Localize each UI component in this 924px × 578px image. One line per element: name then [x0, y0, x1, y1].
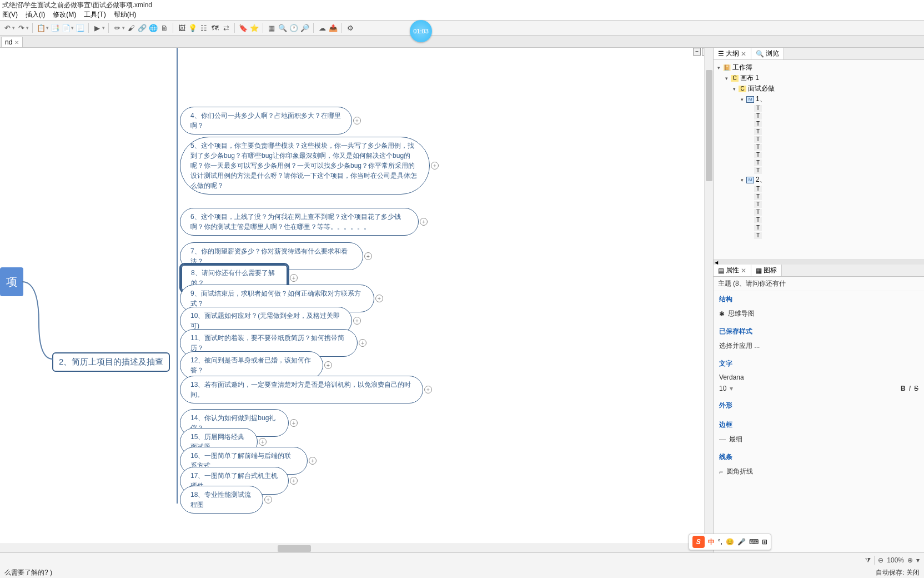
expand-icon[interactable]: +	[364, 252, 372, 260]
properties-tab[interactable]: ▤ 属性 ✕	[714, 265, 751, 276]
topic-node[interactable]: 6、这个项目，上线了没？为何我在网上查不到呢？这个项目花了多少钱啊？你的测试主管…	[180, 208, 419, 236]
menu-tools[interactable]: 工具(T)	[84, 10, 106, 20]
scrollbar-vertical[interactable]	[704, 48, 713, 544]
expand-icon[interactable]: +	[375, 295, 383, 302]
border-select[interactable]: ― 最细	[719, 433, 918, 446]
structure-select[interactable]: ✱ 思维导图	[719, 307, 918, 320]
outline-item[interactable]: T	[716, 216, 922, 224]
expand-icon[interactable]: +	[359, 339, 366, 347]
sogou-icon[interactable]: S	[692, 536, 705, 548]
outline-item[interactable]: T	[716, 232, 922, 240]
toolbar-button[interactable]: 📋	[36, 23, 46, 33]
toolbar-button[interactable]: 📤	[328, 23, 338, 33]
menu-insert[interactable]: 插入(I)	[26, 10, 45, 20]
topic-node[interactable]: 13、若有面试邀约，一定要查清楚对方是否是培训机构，以免浪费自己的时间。	[180, 376, 423, 403]
toolbar-button[interactable]: 📃	[75, 23, 85, 33]
expand-icon[interactable]: +	[353, 317, 361, 325]
expand-icon[interactable]: +	[290, 477, 298, 485]
expand-icon[interactable]: +	[420, 218, 428, 226]
toolbar-button[interactable]: 🔍	[278, 23, 288, 33]
toolbar-button[interactable]: 🕐	[289, 23, 299, 33]
ime-toolbar[interactable]: S 中 °, 😊 🎤 ⌨ ⊞	[689, 534, 771, 550]
close-icon[interactable]: ✕	[14, 39, 19, 46]
expand-icon[interactable]: +	[290, 419, 298, 427]
toolbar-button[interactable]: 📑	[50, 23, 60, 33]
expand-icon[interactable]: +	[264, 496, 272, 504]
toolbar-button[interactable]: 🖼	[177, 23, 187, 33]
style-select[interactable]: 选择并应用 ...	[719, 340, 918, 352]
expand-icon[interactable]: +	[259, 438, 267, 446]
minimize-icon[interactable]: –	[693, 48, 701, 56]
toolbar-button[interactable]: 🔖	[238, 23, 248, 33]
topic-node[interactable]: 12、被问到是否单身或者已婚，该如何作答？	[180, 351, 323, 379]
outline-item[interactable]: T	[716, 193, 922, 201]
expand-icon[interactable]: +	[353, 117, 361, 124]
scrollbar-horizontal[interactable]	[0, 544, 713, 552]
toolbar-button[interactable]: ▦	[267, 23, 277, 33]
root-topic[interactable]: 项	[0, 267, 23, 296]
strike-button[interactable]: S	[914, 385, 918, 392]
toolbar-button[interactable]: ☷	[199, 23, 209, 33]
expand-icon[interactable]: +	[424, 386, 432, 393]
zoom-out-button[interactable]: ⊖	[878, 556, 883, 564]
toolbar-button[interactable]: 🖌	[126, 23, 136, 33]
toolbar-button[interactable]: ⭐	[249, 23, 259, 33]
browse-tab[interactable]: 🔍 浏览	[751, 48, 784, 59]
menu-help[interactable]: 帮助(H)	[114, 10, 137, 20]
toolbar-button[interactable]: ▶	[92, 23, 102, 33]
icons-tab[interactable]: ▦ 图标	[751, 265, 782, 276]
document-tab[interactable]: nd ✕	[1, 37, 23, 47]
outline-scrollbar[interactable]: ◀	[714, 260, 924, 265]
outline-item[interactable]: T	[716, 112, 922, 120]
outline-item[interactable]: T	[716, 208, 922, 216]
expand-icon[interactable]: +	[431, 162, 439, 170]
outline-tree[interactable]: ▾📔工作簿 ▾C画布 1 ▾C面试必做 ▾M1、TTTTTTTTT▾M2、TTT…	[714, 60, 924, 260]
subtopic-2[interactable]: 2、简历上项目的描述及抽查	[52, 352, 170, 372]
outline-tab[interactable]: ☰ 大纲 ✕	[714, 48, 751, 59]
expand-icon[interactable]: +	[324, 361, 332, 369]
expand-icon[interactable]: +	[309, 457, 317, 465]
ime-voice[interactable]: 🎤	[737, 538, 746, 546]
menu-view[interactable]: 图(V)	[2, 10, 18, 20]
toolbar-button[interactable]: ☁	[317, 23, 327, 33]
outline-item[interactable]: T	[716, 159, 922, 167]
outline-item[interactable]: ▾M2、	[716, 175, 922, 185]
outline-item[interactable]: T	[716, 136, 922, 143]
font-select[interactable]: Verdana	[719, 372, 918, 383]
toolbar-button[interactable]: 🗎	[159, 23, 169, 33]
toolbar-button[interactable]: 💡	[188, 23, 198, 33]
toolbar-button[interactable]: ↶	[2, 23, 12, 33]
ime-punct[interactable]: °,	[718, 538, 722, 546]
outline-item[interactable]: T	[716, 201, 922, 208]
ime-lang[interactable]: 中	[708, 537, 715, 547]
ime-emoji[interactable]: 😊	[726, 538, 734, 546]
toolbar-button[interactable]: 📄	[61, 23, 71, 33]
bold-button[interactable]: B	[901, 385, 906, 392]
outline-item[interactable]: T	[716, 224, 922, 232]
zoom-in-button[interactable]: ⊕	[907, 556, 913, 564]
outline-item[interactable]: T	[716, 167, 922, 175]
outline-item[interactable]: T	[716, 185, 922, 193]
menu-modify[interactable]: 修改(M)	[53, 10, 76, 20]
toolbar-button[interactable]: ✏	[112, 23, 122, 33]
toolbar-button[interactable]: ⚙	[345, 23, 355, 33]
zoom-menu[interactable]: ▾	[916, 556, 920, 564]
toolbar-button[interactable]: 🗺	[210, 23, 220, 33]
italic-button[interactable]: I	[909, 385, 911, 392]
topic-node[interactable]: 5、这个项目，你主要负责哪些模块？这些模块，你一共写了多少条用例，找到了多少条b…	[180, 137, 430, 195]
topic-node[interactable]: 4、你们公司一共多少人啊？占地面积多大？在哪里啊？	[180, 107, 352, 134]
toolbar-button[interactable]: ⇄	[221, 23, 231, 33]
font-size-input[interactable]: 10	[719, 385, 726, 392]
line-select[interactable]: ⌐ 圆角折线	[719, 465, 918, 478]
toolbar-button[interactable]: 🔗	[137, 23, 147, 33]
filter-icon[interactable]: ⧩	[865, 556, 871, 564]
toolbar-button[interactable]: ↷	[16, 23, 26, 33]
toolbar-button[interactable]: 🌐	[148, 23, 158, 33]
outline-item[interactable]: T	[716, 120, 922, 128]
outline-item[interactable]: T	[716, 143, 922, 151]
outline-item[interactable]: T	[716, 128, 922, 136]
ime-grid[interactable]: ⊞	[762, 538, 767, 546]
outline-item[interactable]: T	[716, 104, 922, 112]
topic-node[interactable]: 18、专业性能测试流程图	[180, 486, 263, 514]
outline-item[interactable]: T	[716, 151, 922, 159]
